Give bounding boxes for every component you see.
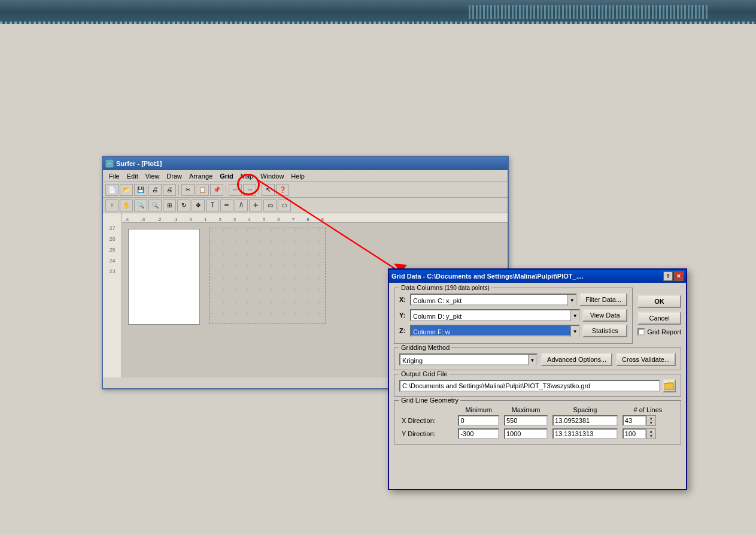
tb-cut[interactable]: ✂ (181, 184, 195, 196)
x-lines-spin-up[interactable]: ▲ (647, 416, 655, 421)
menu-draw[interactable]: Draw (163, 171, 186, 181)
dialog-help-btn[interactable]: ? (663, 271, 673, 281)
gridding-method-group: Gridding Method Kriging ▼ Advanced Optio… (394, 347, 681, 370)
output-folder-btn[interactable] (663, 379, 676, 392)
menu-file[interactable]: File (105, 171, 123, 181)
tb-open[interactable]: 📂 (120, 184, 133, 196)
x-spacing-cell: 13.0952381 (550, 414, 620, 427)
y-max-input[interactable]: 1000 (504, 428, 548, 439)
statistics-btn[interactable]: Statistics (582, 324, 627, 337)
x-lines-spinner: 43 ▲ ▼ (623, 415, 673, 426)
y-label: Y: (399, 312, 408, 319)
tb-text[interactable]: T (206, 200, 219, 211)
geom-header-direction (399, 406, 456, 414)
x-select-arrow[interactable]: ▼ (567, 295, 576, 306)
ok-btn[interactable]: OK (637, 295, 681, 308)
grid-report-label: Grid Report (647, 328, 681, 335)
tb-copy[interactable]: 📋 (196, 184, 209, 196)
right-buttons: OK Cancel Grid Report (637, 288, 681, 344)
tb-crosshair[interactable]: ✛ (249, 200, 262, 211)
dialog-body: Data Columns (190 data points) X: Column… (389, 283, 686, 489)
grid-line-geometry-group: Grid Line Geometry Minimum Maximum Spaci… (394, 400, 681, 445)
geom-header-maximum: Maximum (502, 406, 550, 414)
tb-arrow[interactable]: ↑ (105, 200, 119, 211)
menu-window[interactable]: Window (257, 171, 287, 181)
y-lines-input[interactable]: 100 (623, 428, 646, 439)
y-value: Column D: y_pkt (411, 310, 570, 320)
grid-data-dialog: Grid Data - C:\Documents and Settings\Ma… (388, 268, 687, 490)
tb-sep1 (178, 185, 179, 195)
cross-validate-btn[interactable]: Cross Validate... (616, 353, 676, 366)
tb-zoomout[interactable]: 🔍 (148, 200, 162, 211)
tb-rotate[interactable]: ↻ (177, 200, 190, 211)
z-value: Column F: w (411, 326, 570, 335)
view-data-btn[interactable]: View Data (582, 309, 627, 322)
y-min-input[interactable]: -300 (458, 428, 499, 439)
tb-pan2[interactable]: ✥ (192, 200, 205, 211)
x-select[interactable]: Column C: x_pkt ▼ (410, 294, 577, 306)
y-direction-label: Y Direction: (399, 427, 456, 440)
menu-edit[interactable]: Edit (123, 171, 142, 181)
x-min-input[interactable]: 0 (458, 415, 499, 426)
dialog-title: Grid Data - C:\Documents and Settings\Ma… (391, 273, 663, 280)
data-columns-section: Data Columns (190 data points) X: Column… (394, 288, 633, 344)
data-columns-label: Data Columns (190 data points) (399, 284, 491, 291)
x-lines-spin[interactable]: ▲ ▼ (646, 415, 656, 426)
dialog-titlebar: Grid Data - C:\Documents and Settings\Ma… (389, 270, 686, 283)
grid-line-geometry-label: Grid Line Geometry (399, 397, 460, 404)
y-select-arrow[interactable]: ▼ (570, 310, 579, 321)
advanced-options-btn[interactable]: Advanced Options... (541, 353, 612, 366)
toolbar1: 📄 📂 💾 🖨 🖨 ✂ 📋 📌 ↩ ↪ ↖ ❓ (103, 182, 508, 198)
tb-rect[interactable]: ▭ (263, 200, 277, 211)
x-lines-input[interactable]: 43 (623, 415, 646, 426)
svg-rect-1 (210, 228, 326, 324)
tb-ellipse[interactable]: ⬭ (278, 200, 291, 211)
tb-zoomin[interactable]: 🔍 (134, 200, 147, 211)
z-row: Z: Column F: w ▼ Statistics (399, 324, 627, 337)
dialog-title-buttons: ? ✕ (663, 271, 684, 281)
tb-zoomfit[interactable]: ⊞ (163, 200, 176, 211)
z-select[interactable]: Column F: w ▼ (410, 325, 580, 337)
tb-line[interactable]: /\ (235, 200, 248, 211)
tb-print2[interactable]: 🖨 (163, 184, 176, 196)
tb-sep2 (226, 185, 226, 195)
y-select[interactable]: Column D: y_pkt ▼ (410, 309, 580, 321)
ruler-horizontal: -4-3-2-10 123456789 (122, 213, 508, 223)
dot-grid (210, 228, 326, 324)
gridding-method-select[interactable]: Kriging ▼ (399, 353, 538, 365)
tb-help[interactable]: ❓ (276, 184, 289, 196)
y-spacing-input[interactable]: 13.13131313 (552, 428, 618, 439)
filter-data-btn[interactable]: Filter Data... (579, 293, 627, 306)
tb-pan[interactable]: ✋ (120, 200, 133, 211)
geom-header-spacing: Spacing (550, 406, 620, 414)
y-lines-spin-down[interactable]: ▼ (647, 434, 655, 439)
gridding-method-arrow[interactable]: ▼ (528, 355, 536, 365)
y-lines-spin[interactable]: ▲ ▼ (646, 428, 656, 439)
menu-grid[interactable]: Grid (216, 171, 237, 181)
x-spacing-input[interactable]: 13.0952381 (552, 415, 618, 426)
tb-save[interactable]: 💾 (134, 184, 147, 196)
x-max-input[interactable]: 550 (504, 415, 548, 426)
output-path-display: C:\Documents and Settings\Malina\Pulpit\… (399, 380, 660, 392)
y-lines-spin-up[interactable]: ▲ (647, 429, 655, 434)
tb-new[interactable]: 📄 (105, 184, 119, 196)
menu-view[interactable]: View (142, 171, 163, 181)
menu-help[interactable]: Help (287, 171, 308, 181)
x-direction-row: X Direction: 0 550 13.0952381 43 (399, 414, 676, 427)
z-select-arrow[interactable]: ▼ (570, 326, 579, 337)
x-lines-spin-down[interactable]: ▼ (647, 421, 655, 426)
surfer-title: Surfer - [Plot1] (116, 160, 162, 167)
tb-pointer[interactable]: ↖ (262, 184, 275, 196)
dialog-close-btn[interactable]: ✕ (674, 271, 684, 281)
cancel-btn[interactable]: Cancel (637, 312, 681, 325)
x-label: X: (399, 296, 408, 303)
y-direction-row: Y Direction: -300 1000 13.13131313 1 (399, 427, 676, 440)
grid-report-checkbox[interactable] (637, 328, 645, 335)
menu-arrange[interactable]: Arrange (186, 171, 216, 181)
tb-print[interactable]: 🖨 (148, 184, 162, 196)
y-row: Y: Column D: y_pkt ▼ View Data (399, 309, 627, 322)
toolbar2: ↑ ✋ 🔍 🔍 ⊞ ↻ ✥ T ✏ /\ ✛ ▭ ⬭ (103, 198, 508, 213)
tb-pencil[interactable]: ✏ (220, 200, 233, 211)
ruler-vertical: 272625 2423 (103, 213, 122, 377)
tb-paste[interactable]: 📌 (210, 184, 223, 196)
